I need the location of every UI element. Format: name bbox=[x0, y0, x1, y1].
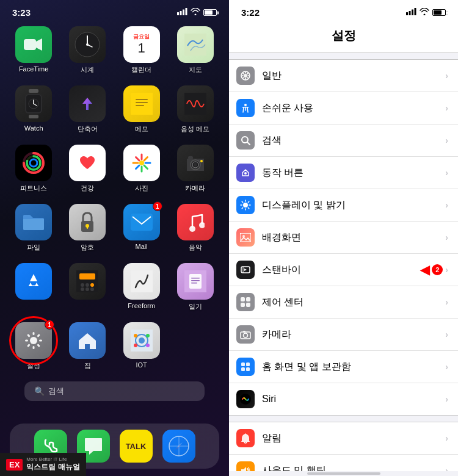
action-icon bbox=[236, 164, 255, 182]
left-phone: 3:23 FaceTime 시계 bbox=[0, 0, 229, 476]
svg-point-92 bbox=[244, 74, 247, 78]
search-bar[interactable]: 🔍 검색 bbox=[24, 381, 205, 401]
settings-icon: 1 bbox=[15, 322, 52, 359]
accessibility-chevron: › bbox=[445, 103, 448, 113]
notifications-icon bbox=[236, 429, 255, 447]
svg-rect-84 bbox=[245, 72, 246, 74]
app-photos[interactable]: 사진 bbox=[118, 145, 165, 193]
app-health[interactable]: 건강 bbox=[64, 145, 111, 193]
settings-row-siri[interactable]: Siri › bbox=[229, 383, 458, 415]
svg-point-41 bbox=[189, 226, 195, 232]
app-iot[interactable]: IOT bbox=[118, 322, 165, 370]
settings-row-search[interactable]: 검색 › bbox=[229, 124, 458, 157]
siri-chevron: › bbox=[445, 394, 448, 404]
files-label: 파일 bbox=[27, 243, 40, 252]
svg-line-104 bbox=[248, 201, 249, 202]
notes-label: 메모 bbox=[135, 124, 148, 134]
time-right: 3:22 bbox=[241, 7, 260, 18]
app-home[interactable]: 집 bbox=[64, 322, 111, 370]
files-icon bbox=[15, 204, 52, 240]
app-settings[interactable]: 1 설정 bbox=[10, 322, 57, 370]
svg-point-10 bbox=[86, 43, 89, 46]
general-icon bbox=[236, 67, 255, 85]
settings-row-sound[interactable]: 사운드 및 햅틱 › bbox=[229, 455, 458, 471]
control-icon bbox=[236, 293, 255, 311]
notifications-label: 알림 bbox=[262, 432, 445, 445]
app-diary[interactable]: 일기 bbox=[172, 263, 219, 311]
svg-rect-81 bbox=[412, 10, 413, 16]
app-facetime[interactable]: FaceTime bbox=[10, 26, 57, 74]
svg-rect-113 bbox=[246, 303, 250, 307]
settings-row-standby[interactable]: 스탠바이 ◀ 2 › bbox=[229, 254, 458, 286]
search-settings-icon bbox=[236, 131, 255, 150]
voicememo-label: 음성 메모 bbox=[181, 124, 209, 134]
signal-icon-right bbox=[406, 8, 416, 17]
watermark-logo: EX bbox=[6, 459, 23, 471]
sound-chevron: › bbox=[445, 466, 448, 471]
svg-point-70 bbox=[134, 334, 137, 337]
settings-row-wallpaper[interactable]: 배경화면 › bbox=[229, 222, 458, 254]
svg-rect-90 bbox=[242, 75, 244, 76]
settings-list: 일반 › 손쉬운 사용 › 검색 › bbox=[229, 53, 458, 471]
dock-kakao[interactable]: TALK bbox=[120, 430, 153, 463]
app-shortcuts[interactable]: 단축어 bbox=[64, 85, 111, 134]
status-bar-left: 3:23 bbox=[0, 0, 229, 20]
settings-row-notifications[interactable]: 알림 › bbox=[229, 422, 458, 455]
app-calendar[interactable]: 금요일 1 캘린더 bbox=[118, 26, 165, 74]
settings-row-homescreen[interactable]: 홈 화면 및 앱 보관함 › bbox=[229, 351, 458, 383]
facetime-icon bbox=[15, 26, 52, 63]
svg-rect-4 bbox=[24, 39, 36, 50]
svg-point-49 bbox=[81, 287, 84, 291]
svg-rect-35 bbox=[188, 156, 193, 159]
mail-badge: 1 bbox=[153, 201, 162, 211]
settings-row-action[interactable]: 동작 버튼 › bbox=[229, 157, 458, 189]
settings-row-display[interactable]: 디스플레이 및 밝기 › bbox=[229, 189, 458, 222]
sound-icon bbox=[236, 461, 255, 471]
wallpaper-icon bbox=[236, 228, 255, 247]
homescreen-icon bbox=[236, 358, 255, 376]
app-watch[interactable]: Watch bbox=[10, 85, 57, 134]
home-indicator-bar bbox=[307, 472, 380, 475]
fitness-label: 피트니스 bbox=[20, 184, 47, 193]
general-label: 일반 bbox=[262, 70, 445, 82]
svg-rect-111 bbox=[246, 297, 250, 301]
clock-label: 시계 bbox=[81, 65, 94, 74]
app-freeform[interactable]: Freeform bbox=[118, 263, 165, 311]
svg-point-47 bbox=[85, 283, 89, 287]
app-voicememo[interactable]: 음성 메모 bbox=[172, 85, 219, 134]
app-maps[interactable]: 지도 bbox=[172, 26, 219, 74]
app-appstore[interactable] bbox=[10, 263, 57, 311]
dock-safari[interactable] bbox=[162, 430, 195, 463]
battery-icon bbox=[203, 9, 217, 16]
iot-icon bbox=[123, 322, 160, 359]
svg-rect-110 bbox=[241, 297, 245, 301]
status-icons-right bbox=[406, 8, 446, 17]
passwords-icon bbox=[69, 204, 106, 240]
standby-chevron: › bbox=[445, 265, 448, 275]
svg-rect-2 bbox=[183, 10, 184, 16]
settings-row-camera[interactable]: 카메라 › bbox=[229, 319, 458, 351]
mail-label: Mail bbox=[136, 243, 148, 250]
app-fitness[interactable]: 피트니스 bbox=[10, 145, 57, 193]
app-files[interactable]: 파일 bbox=[10, 204, 57, 252]
svg-rect-12 bbox=[29, 89, 38, 93]
search-chevron: › bbox=[445, 135, 448, 145]
svg-rect-55 bbox=[191, 278, 200, 279]
app-clock[interactable]: 시계 bbox=[64, 26, 111, 74]
app-camera[interactable]: 카메라 bbox=[172, 145, 219, 193]
app-notes[interactable]: 메모 bbox=[118, 85, 165, 134]
diary-label: 일기 bbox=[189, 302, 202, 311]
app-mail[interactable]: 1 Mail bbox=[118, 204, 165, 252]
accessibility-label: 손쉬운 사용 bbox=[262, 102, 445, 115]
svg-point-73 bbox=[146, 344, 150, 347]
wifi-icon bbox=[191, 8, 200, 17]
app-music[interactable]: 음악 bbox=[172, 204, 219, 252]
settings-section-2: 알림 › 사운드 및 햅틱 › 집중 모드 › bbox=[229, 422, 458, 471]
svg-rect-21 bbox=[136, 102, 148, 103]
settings-row-accessibility[interactable]: 손쉬운 사용 › bbox=[229, 92, 458, 124]
app-calculator[interactable] bbox=[64, 263, 111, 311]
app-passwords[interactable]: 암호 bbox=[64, 204, 111, 252]
settings-row-general[interactable]: 일반 › bbox=[229, 60, 458, 92]
watermark-text: 익스트림 매뉴얼 bbox=[26, 462, 79, 472]
settings-row-control[interactable]: 제어 센터 › bbox=[229, 286, 458, 319]
